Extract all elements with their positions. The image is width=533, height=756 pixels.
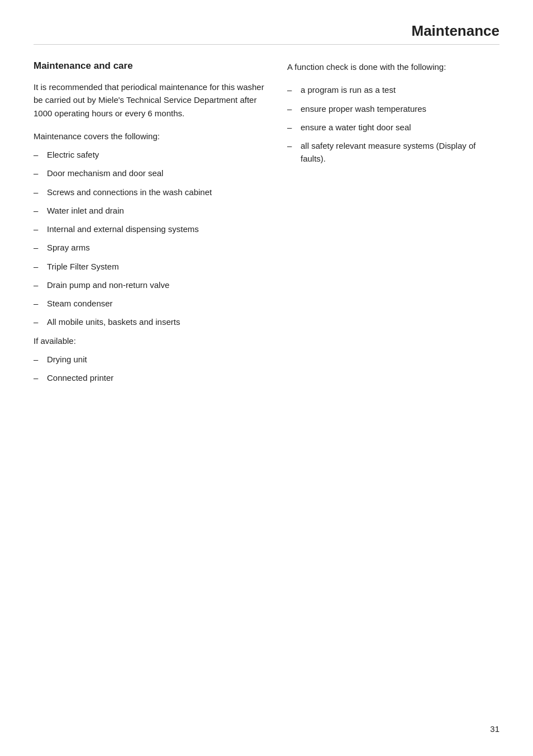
list-item: – Internal and external dispensing syste…: [34, 223, 265, 235]
list-dash: –: [34, 278, 47, 291]
list-dash: –: [287, 139, 301, 152]
page-number: 31: [490, 724, 499, 734]
right-list: – a program is run as a test – ensure pr…: [287, 83, 499, 165]
list-text: Steam condenser: [47, 297, 265, 310]
page-title: Maintenance: [412, 22, 500, 40]
list-dash: –: [287, 102, 301, 115]
list-text: Drying unit: [47, 353, 265, 366]
list-text: Screws and connections in the wash cabin…: [47, 186, 265, 199]
intro-text: It is recommended that periodical mainte…: [34, 81, 265, 120]
list-text: Water inlet and drain: [47, 204, 265, 217]
list-text: Door mechanism and door seal: [47, 167, 265, 179]
page-header: Maintenance: [34, 22, 499, 45]
list-item: – All mobile units, baskets and inserts: [34, 315, 265, 328]
list-dash: –: [34, 241, 47, 254]
list-text: ensure a water tight door seal: [301, 121, 499, 134]
list-dash: –: [34, 260, 47, 273]
list-item: – a program is run as a test: [287, 83, 499, 96]
section-title: Maintenance and care: [34, 60, 265, 72]
list-item: – Steam condenser: [34, 297, 265, 310]
list-dash: –: [34, 148, 47, 161]
right-column: A function check is done with the follow…: [287, 60, 499, 390]
list-text: All mobile units, baskets and inserts: [47, 315, 265, 328]
list-item: – Spray arms: [34, 241, 265, 254]
list-dash: –: [287, 83, 301, 96]
list-item: – Electric safety: [34, 148, 265, 161]
list-item: – Connected printer: [34, 371, 265, 384]
list-text: Connected printer: [47, 371, 265, 384]
list-item: – Door mechanism and door seal: [34, 167, 265, 179]
list-dash: –: [34, 167, 47, 179]
list-text: Electric safety: [47, 148, 265, 161]
list-dash: –: [287, 121, 301, 134]
list-text: Drain pump and non-return valve: [47, 278, 265, 291]
list-item: – ensure proper wash temperatures: [287, 102, 499, 115]
list-dash: –: [34, 204, 47, 217]
list-item: – ensure a water tight door seal: [287, 121, 499, 134]
list-dash: –: [34, 315, 47, 328]
list-text: a program is run as a test: [301, 83, 499, 96]
list-item: – Water inlet and drain: [34, 204, 265, 217]
list-item: – Triple Filter System: [34, 260, 265, 273]
list-text: Spray arms: [47, 241, 265, 254]
list-dash: –: [34, 223, 47, 235]
page-container: Maintenance Maintenance and care It is r…: [0, 0, 533, 756]
covers-heading: Maintenance covers the following:: [34, 130, 265, 143]
content-area: Maintenance and care It is recommended t…: [34, 60, 499, 390]
left-column: Maintenance and care It is recommended t…: [34, 60, 265, 390]
list-dash: –: [34, 353, 47, 366]
list-dash: –: [34, 186, 47, 199]
list-text: Triple Filter System: [47, 260, 265, 273]
list-dash: –: [34, 371, 47, 384]
list-item: – Drain pump and non-return valve: [34, 278, 265, 291]
list-text: all safety relevant measure systems (Dis…: [301, 139, 499, 166]
list-text: Internal and external dispensing systems: [47, 223, 265, 235]
list-dash: –: [34, 297, 47, 310]
if-available-heading: If available:: [34, 334, 265, 347]
list-item: – all safety relevant measure systems (D…: [287, 139, 499, 166]
list-item: – Screws and connections in the wash cab…: [34, 186, 265, 199]
list-item: – Drying unit: [34, 353, 265, 366]
right-intro: A function check is done with the follow…: [287, 60, 499, 73]
main-list: – Electric safety – Door mechanism and d…: [34, 148, 265, 329]
if-available-list: – Drying unit – Connected printer: [34, 353, 265, 385]
list-text: ensure proper wash temperatures: [301, 102, 499, 115]
